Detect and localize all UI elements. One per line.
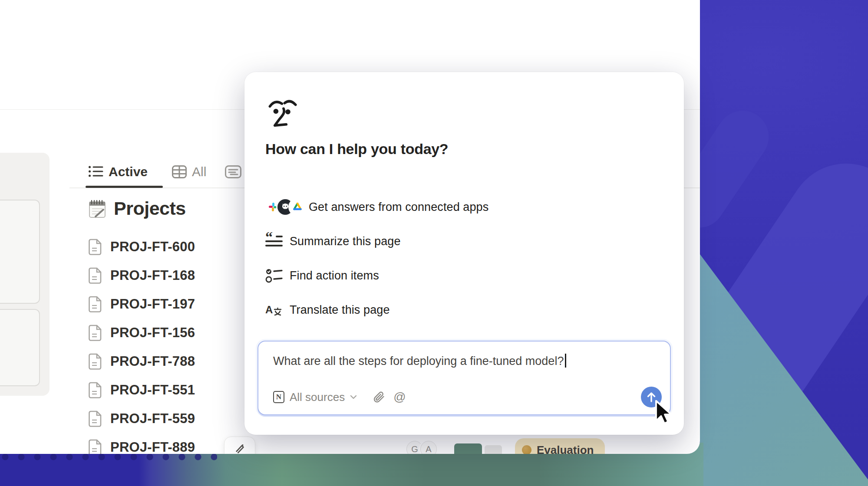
tag-label: Evaluation (537, 443, 594, 454)
google-drive-icon (290, 199, 305, 215)
ai-prompt-input[interactable]: What are all the steps for deploying a f… (257, 341, 671, 415)
page-icon (89, 296, 102, 312)
desktop: Active All (0, 0, 868, 486)
menu-item-label: Summarize this page (290, 235, 401, 248)
status-tag[interactable]: Evaluation (515, 438, 605, 454)
page-icon (89, 239, 102, 255)
chevron-down-icon (350, 395, 357, 399)
project-title: PROJ-FT-889 (110, 440, 195, 454)
page-icon (89, 382, 102, 398)
menu-item-label: Get answers from connected apps (309, 200, 488, 214)
tab-all-view[interactable]: All (172, 160, 206, 184)
presence-avatars: G A (406, 441, 437, 454)
tag-dot-icon (522, 445, 531, 454)
menu-item-label: Find action items (290, 269, 379, 282)
menu-item-label: Translate this page (290, 303, 390, 317)
mouse-cursor (654, 400, 678, 429)
table-view-icon (172, 165, 187, 178)
suggestion-menu: Get answers from connected apps “ Summar… (265, 196, 663, 333)
active-tab-indicator (86, 186, 163, 188)
project-title: PROJ-FT-168 (110, 268, 195, 283)
translate-icon: A (265, 304, 282, 316)
prompt-text: What are all the steps for deploying a f… (273, 354, 566, 368)
checklist-icon (265, 268, 283, 283)
notion-ai-face-icon (267, 95, 300, 129)
project-row[interactable]: PROJ-FT-788 (89, 347, 262, 376)
page-icon (89, 410, 102, 427)
new-page-button[interactable] (224, 437, 255, 454)
project-row[interactable]: PROJ-FT-600 (89, 233, 262, 261)
at-mention-icon[interactable]: @ (393, 390, 406, 404)
menu-item-translate[interactable]: A Translate this page (265, 299, 663, 321)
project-row[interactable]: PROJ-FT-551 (89, 376, 262, 404)
pencil-icon (234, 442, 246, 454)
project-title: PROJ-FT-156 (110, 325, 195, 341)
project-row[interactable]: PROJ-FT-168 (89, 261, 262, 290)
project-title: PROJ-FT-600 (110, 239, 195, 255)
tab-label: Active (109, 164, 148, 179)
source-selector-label: All sources (290, 391, 345, 404)
notion-logo-icon: N (273, 391, 284, 403)
paperclip-icon[interactable] (373, 391, 386, 404)
source-selector[interactable]: N All sources (273, 391, 357, 404)
menu-item-action-items[interactable]: Find action items (265, 265, 663, 286)
page-title: Projects (114, 198, 186, 219)
project-title: PROJ-FT-559 (110, 411, 195, 427)
partial-button[interactable] (454, 443, 482, 454)
composer-toolbar: N All sources @ (273, 390, 406, 404)
partial-button[interactable] (485, 445, 502, 454)
page-icon (89, 439, 102, 454)
project-row[interactable]: PROJ-FT-559 (89, 404, 262, 433)
feed-view-icon (225, 165, 241, 178)
board-card[interactable] (0, 200, 40, 304)
page-icon (89, 267, 102, 284)
list-view-icon (89, 165, 103, 178)
tab-active-view[interactable]: Active (89, 160, 148, 184)
page-icon (89, 325, 102, 341)
project-row[interactable]: PROJ-FT-197 (89, 290, 262, 319)
project-list: PROJ-FT-600 PROJ-FT-168 PROJ-FT-197 PROJ… (89, 233, 262, 454)
assistant-greeting: How can I help you today? (265, 141, 448, 158)
quote-lines-icon: “ (265, 234, 283, 249)
project-row[interactable]: PROJ-FT-156 (89, 319, 262, 347)
project-title: PROJ-FT-551 (110, 382, 195, 398)
project-title: PROJ-FT-788 (110, 354, 195, 369)
page-icon (89, 353, 102, 370)
menu-item-connected-apps[interactable]: Get answers from connected apps (265, 196, 663, 218)
menu-item-summarize[interactable]: “ Summarize this page (265, 230, 663, 252)
page-header: Projects (87, 198, 186, 219)
tab-feed-view[interactable] (225, 160, 241, 184)
board-card[interactable] (0, 309, 40, 386)
avatar[interactable]: A (420, 441, 437, 454)
text-caret (565, 354, 566, 368)
tab-label: All (192, 164, 206, 179)
wallpaper-speckle-texture (0, 454, 217, 463)
notepad-emoji (87, 198, 108, 219)
project-title: PROJ-FT-197 (110, 296, 195, 312)
connected-apps-icons (265, 199, 305, 215)
notion-ai-dialog: How can I help you today? (244, 72, 684, 435)
